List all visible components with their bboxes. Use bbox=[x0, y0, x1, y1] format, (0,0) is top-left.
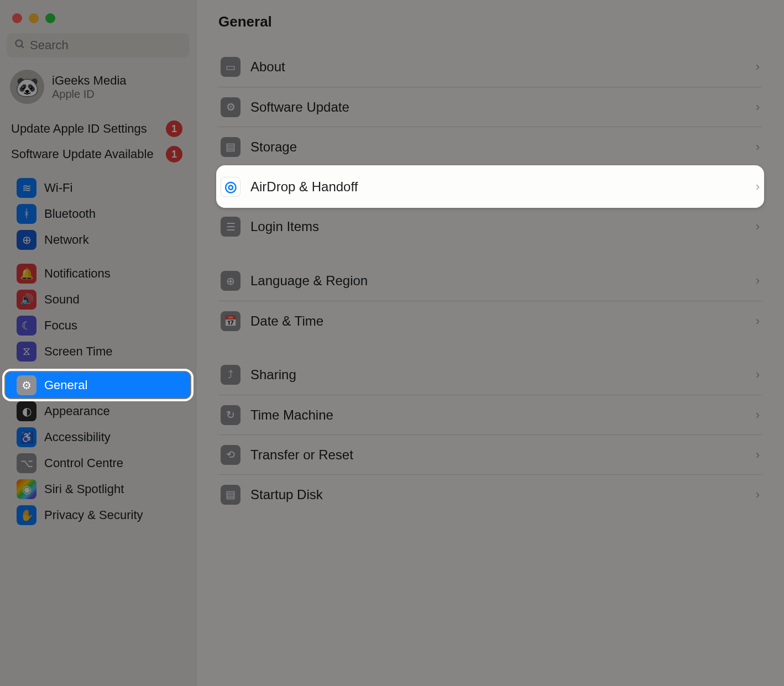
sidebar-item-label: Sound bbox=[44, 292, 80, 307]
sidebar-item-label: Wi-Fi bbox=[44, 181, 72, 195]
row-language-region[interactable]: ⊕Language & Region› bbox=[218, 261, 762, 301]
row-label: Transfer or Reset bbox=[250, 447, 353, 463]
row-sharing[interactable]: ⤴Sharing› bbox=[218, 355, 762, 395]
siri-icon: ◉ bbox=[17, 479, 36, 499]
sidebar: 🐼 iGeeks Media Apple ID Update Apple ID … bbox=[0, 0, 196, 686]
sidebar-item-privacy[interactable]: ✋Privacy & Security bbox=[6, 502, 190, 528]
account-name: iGeeks Media bbox=[52, 74, 127, 88]
sidebar-item-network[interactable]: ⊕Network bbox=[6, 227, 190, 253]
sound-icon: 🔊 bbox=[17, 290, 36, 310]
chevron-right-icon: › bbox=[756, 488, 760, 502]
row-label: Date & Time bbox=[250, 313, 323, 329]
sidebar-item-screen-time[interactable]: ⧖Screen Time bbox=[6, 338, 190, 364]
sharing-icon: ⤴ bbox=[221, 365, 241, 385]
transfer-reset-icon: ⟲ bbox=[221, 445, 241, 465]
chevron-right-icon: › bbox=[756, 448, 760, 462]
alert-badge: 1 bbox=[166, 146, 182, 163]
settings-window: 🐼 iGeeks Media Apple ID Update Apple ID … bbox=[0, 0, 784, 686]
network-icon: ⊕ bbox=[17, 230, 36, 250]
minimize-window-button[interactable] bbox=[29, 13, 39, 23]
sidebar-item-label: Appearance bbox=[44, 404, 110, 418]
alert-label: Update Apple ID Settings bbox=[11, 122, 147, 136]
chevron-right-icon: › bbox=[756, 100, 760, 114]
sidebar-item-wifi[interactable]: ≋Wi-Fi bbox=[6, 175, 190, 201]
alert-badge: 1 bbox=[166, 121, 182, 137]
row-storage[interactable]: ▤Storage› bbox=[218, 127, 762, 166]
row-transfer-reset[interactable]: ⟲Transfer or Reset› bbox=[218, 434, 762, 474]
sidebar-item-control-centre[interactable]: ⌥Control Centre bbox=[6, 450, 190, 476]
row-label: Time Machine bbox=[250, 407, 333, 423]
focus-icon: ☾ bbox=[17, 316, 36, 336]
row-label: Storage bbox=[250, 139, 297, 155]
appearance-icon: ◐ bbox=[17, 401, 36, 421]
avatar-glyph: 🐼 bbox=[15, 76, 39, 98]
row-label: Language & Region bbox=[250, 273, 368, 289]
software-update-icon: ⚙ bbox=[221, 97, 241, 117]
accessibility-icon: ♿ bbox=[17, 427, 36, 447]
sidebar-item-label: Bluetooth bbox=[44, 207, 96, 221]
sidebar-item-label: Accessibility bbox=[44, 430, 111, 444]
airdrop-icon: ◎ bbox=[221, 177, 241, 197]
row-about[interactable]: ▭About› bbox=[218, 47, 762, 87]
chevron-right-icon: › bbox=[756, 314, 760, 328]
sidebar-item-accessibility[interactable]: ♿Accessibility bbox=[6, 424, 190, 450]
sidebar-item-label: Control Centre bbox=[44, 456, 123, 470]
avatar: 🐼 bbox=[10, 70, 44, 104]
search-box[interactable] bbox=[7, 33, 189, 57]
bluetooth-icon: ᚼ bbox=[17, 204, 36, 224]
sidebar-item-label: Focus bbox=[44, 318, 77, 333]
chevron-right-icon: › bbox=[756, 219, 760, 234]
row-software-update[interactable]: ⚙Software Update› bbox=[218, 87, 762, 127]
row-login-items[interactable]: ☰Login Items› bbox=[218, 207, 762, 247]
control-centre-icon: ⌥ bbox=[17, 453, 36, 473]
sidebar-item-appearance[interactable]: ◐Appearance bbox=[6, 398, 190, 424]
svg-point-0 bbox=[16, 40, 23, 46]
chevron-right-icon: › bbox=[756, 368, 760, 382]
login-items-icon: ☰ bbox=[221, 217, 241, 237]
row-time-machine[interactable]: ↻Time Machine› bbox=[218, 395, 762, 434]
zoom-window-button[interactable] bbox=[45, 13, 55, 23]
row-date-time[interactable]: 📅Date & Time› bbox=[218, 301, 762, 341]
chevron-right-icon: › bbox=[756, 408, 760, 422]
row-label: AirDrop & Handoff bbox=[250, 179, 358, 195]
general-icon: ⚙ bbox=[17, 375, 36, 395]
alert-software-update[interactable]: Software Update Available 1 bbox=[0, 142, 196, 167]
date-time-icon: 📅 bbox=[221, 311, 241, 331]
sidebar-item-focus[interactable]: ☾Focus bbox=[6, 312, 190, 338]
sidebar-item-bluetooth[interactable]: ᚼBluetooth bbox=[6, 201, 190, 227]
sidebar-item-siri[interactable]: ◉Siri & Spotlight bbox=[6, 476, 190, 502]
row-startup-disk[interactable]: ▤Startup Disk› bbox=[218, 474, 762, 514]
language-region-icon: ⊕ bbox=[221, 271, 241, 291]
chevron-right-icon: › bbox=[756, 60, 760, 74]
sidebar-item-sound[interactable]: 🔊Sound bbox=[6, 286, 190, 312]
chevron-right-icon: › bbox=[756, 274, 760, 288]
sidebar-item-label: Notifications bbox=[44, 266, 111, 281]
search-icon bbox=[14, 39, 25, 53]
account-subtitle: Apple ID bbox=[52, 88, 127, 101]
screen-time-icon: ⧖ bbox=[17, 342, 36, 362]
row-label: Startup Disk bbox=[250, 487, 323, 502]
row-airdrop[interactable]: ◎AirDrop & Handoff› bbox=[216, 165, 764, 208]
content-pane: General ▭About›⚙Software Update›▤Storage… bbox=[196, 0, 784, 686]
search-input[interactable] bbox=[30, 38, 181, 53]
about-icon: ▭ bbox=[221, 57, 241, 77]
sidebar-item-label: General bbox=[44, 378, 87, 392]
page-title: General bbox=[218, 13, 762, 30]
time-machine-icon: ↻ bbox=[221, 405, 241, 425]
chevron-right-icon: › bbox=[756, 140, 760, 154]
row-label: Software Update bbox=[250, 100, 349, 115]
row-label: Sharing bbox=[250, 367, 296, 383]
notifications-icon: 🔔 bbox=[17, 264, 36, 284]
storage-icon: ▤ bbox=[221, 137, 241, 157]
close-window-button[interactable] bbox=[12, 13, 22, 23]
sidebar-item-label: Network bbox=[44, 233, 89, 247]
sidebar-item-notifications[interactable]: 🔔Notifications bbox=[6, 260, 190, 286]
chevron-right-icon: › bbox=[756, 180, 760, 194]
row-label: Login Items bbox=[250, 219, 319, 234]
wifi-icon: ≋ bbox=[17, 178, 36, 198]
sidebar-item-label: Screen Time bbox=[44, 344, 113, 359]
sidebar-item-general[interactable]: ⚙General bbox=[6, 372, 190, 398]
account-row[interactable]: 🐼 iGeeks Media Apple ID bbox=[0, 67, 196, 116]
sidebar-item-label: Siri & Spotlight bbox=[44, 482, 124, 496]
alert-apple-id[interactable]: Update Apple ID Settings 1 bbox=[0, 116, 196, 142]
